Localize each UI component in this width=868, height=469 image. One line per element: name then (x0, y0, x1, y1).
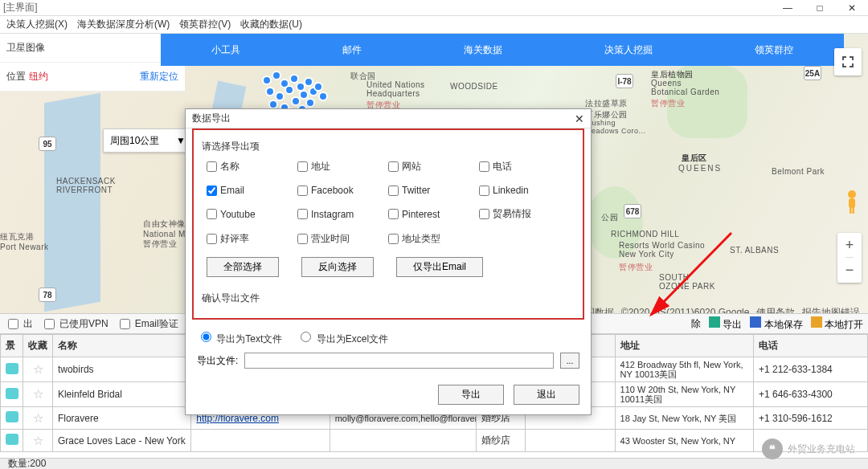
nav-tab-customs[interactable]: 海关数据 (449, 43, 517, 57)
map-label-hackensack: HACKENSACK RIVERFRONT (56, 177, 116, 194)
menu-item-decision[interactable]: 决策人挖掘(X) (2, 18, 72, 31)
cell-phone: +1 310-596-1612 (753, 407, 867, 430)
export-option-label: 网站 (402, 160, 421, 173)
star-icon[interactable]: ☆ (33, 411, 43, 425)
cb-export[interactable]: 出 (5, 316, 33, 332)
save-local-action[interactable]: 本地保存 (750, 316, 802, 332)
export-options-box: 请选择导出项 名称地址网站电话EmailFacebookTwitterLinke… (192, 128, 584, 320)
export-button[interactable]: 导出 (438, 385, 504, 405)
col-address[interactable]: 地址 (615, 335, 753, 357)
fullscreen-button[interactable] (834, 48, 862, 75)
map-label-southozone: SOUTH OZONE PARK (659, 273, 715, 291)
export-dialog: 数据导出 ✕ 请选择导出项 名称地址网站电话EmailFacebookTwitt… (185, 108, 592, 415)
star-icon[interactable]: ☆ (33, 387, 43, 401)
nav-tab-decision[interactable]: 决策人挖掘 (590, 43, 667, 57)
map-label-qgarden-status: 暂停营业 (651, 98, 685, 109)
export-option-10[interactable]: Pinterest (388, 207, 479, 221)
export-option-1[interactable]: 地址 (297, 160, 388, 173)
zoom-in-button[interactable]: + (845, 233, 854, 258)
export-button-row: 全部选择 反向选择 仅导出Email (202, 255, 575, 279)
cell-website[interactable] (191, 430, 330, 452)
nav-tab-tools[interactable]: 小工具 (197, 43, 255, 57)
watermark-text: 外贸业务充电站 (788, 442, 855, 456)
select-export-header: 请选择导出项 (202, 135, 575, 157)
export-option-13[interactable]: 营业时间 (297, 232, 388, 246)
export-option-9[interactable]: Instagram (297, 207, 388, 221)
export-option-5[interactable]: Facebook (297, 185, 388, 196)
menu-item-favorites[interactable]: 收藏的数据(U) (235, 18, 307, 31)
menu-item-customs[interactable]: 海关数据深度分析(W) (72, 18, 174, 31)
col-fav[interactable]: 收藏 (23, 335, 53, 357)
export-option-0[interactable]: 名称 (207, 160, 297, 173)
star-icon[interactable]: ☆ (33, 434, 43, 447)
radius-select[interactable]: 周围10公里 ▼ (103, 128, 193, 153)
map-label-casino: Resorts World Casino New York City (619, 241, 705, 259)
invert-select-button[interactable]: 反向选择 (301, 257, 374, 277)
window-titlebar: [主界面] (0, 0, 868, 16)
satellite-label: 卫星图像 (6, 41, 45, 55)
export-option-label: 地址 (311, 160, 330, 173)
export-option-14[interactable]: 地址类型 (388, 232, 479, 246)
export-option-label: 好评率 (220, 232, 249, 246)
relocate-link[interactable]: 重新定位 (140, 70, 178, 84)
export-file-input[interactable] (244, 353, 554, 369)
menubar: 决策人挖掘(X) 海关数据深度分析(W) 领英群控(V) 收藏的数据(U) (0, 16, 868, 34)
map-label-un: United Nations Headquarters (366, 80, 425, 98)
minimize-button[interactable]: — (772, 0, 804, 16)
file-row: 导出文件: ... (186, 351, 591, 380)
confirm-file-header: 确认导出文件 (202, 287, 575, 308)
dialog-title: 数据导出 (192, 112, 231, 125)
nav-tab-linkedin[interactable]: 领英群控 (740, 43, 808, 57)
location-value: 纽约 (29, 70, 140, 84)
open-local-action[interactable]: 本地打开 (811, 316, 863, 332)
export-option-7[interactable]: Linkedin (479, 185, 570, 196)
star-icon[interactable]: ☆ (33, 362, 43, 376)
export-option-4[interactable]: Email (207, 185, 297, 196)
export-option-label: 贸易情报 (493, 207, 531, 221)
close-button[interactable]: ✕ (836, 0, 868, 16)
menu-item-linkedin[interactable]: 领英群控(V) (174, 18, 235, 31)
export-option-11[interactable]: 贸易情报 (479, 207, 570, 221)
pegman[interactable] (842, 190, 862, 215)
cell-blank (526, 430, 616, 452)
save-icon (750, 316, 761, 328)
location-row: 位置 纽约 重新定位 (0, 63, 185, 92)
nav-tab-mail[interactable]: 邮件 (328, 43, 376, 57)
export-option-8[interactable]: Youtube (207, 207, 297, 221)
export-option-12[interactable]: 好评率 (207, 232, 297, 246)
select-all-button[interactable]: 全部选择 (207, 257, 279, 277)
col-name[interactable]: 名称 (52, 335, 190, 357)
maximize-button[interactable]: □ (804, 0, 836, 16)
export-option-label: Pinterest (402, 209, 440, 220)
chat-icon[interactable] (6, 363, 18, 374)
svg-rect-2 (850, 207, 852, 214)
map-water (44, 93, 100, 312)
export-option-label: 名称 (220, 160, 240, 173)
table-row[interactable]: ☆Grace Loves Lace - New York婚纱店43 Wooste… (1, 430, 868, 452)
cell-email (330, 430, 477, 452)
delete-action[interactable]: 除 (691, 317, 701, 331)
chat-icon[interactable] (6, 411, 18, 422)
browse-file-button[interactable]: ... (560, 353, 579, 369)
cb-vpn[interactable]: 已使用VPN (41, 316, 108, 332)
satellite-toggle[interactable]: 卫星图像 (0, 34, 185, 63)
format-excel-radio[interactable]: 导出为Excel文件 (297, 329, 388, 346)
cell-address: 110 W 20th St, New York, NY 10011美国 (615, 382, 753, 407)
chat-icon[interactable] (6, 434, 18, 445)
col-phone[interactable]: 电话 (753, 335, 867, 357)
email-only-button[interactable]: 仅导出Email (396, 257, 483, 277)
export-option-2[interactable]: 网站 (388, 160, 479, 173)
format-text-radio[interactable]: 导出为Text文件 (197, 329, 282, 346)
col-scene[interactable]: 景 (1, 335, 23, 357)
cb-email-verify[interactable]: Email验证 (117, 316, 178, 332)
close-icon[interactable]: ✕ (575, 112, 584, 125)
export-option-6[interactable]: Twitter (388, 185, 479, 196)
dialog-titlebar[interactable]: 数据导出 ✕ (186, 109, 591, 128)
exit-button[interactable]: 退出 (514, 385, 579, 405)
export-action[interactable]: 导出 (709, 316, 742, 332)
cell-phone: +1 646-633-4300 (753, 382, 867, 407)
export-option-3[interactable]: 电话 (479, 160, 570, 173)
chat-icon[interactable] (6, 388, 18, 399)
zoom-out-button[interactable]: − (845, 258, 854, 283)
watermark: ❝ 外贸业务充电站 (762, 438, 855, 459)
